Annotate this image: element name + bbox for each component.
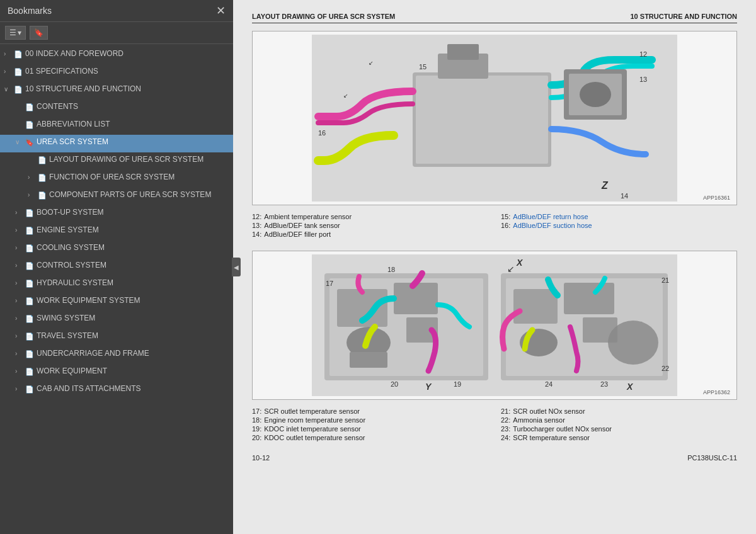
sidebar-item-boot-up[interactable]: ›📄BOOT-UP SYSTEM [0, 205, 233, 223]
sidebar-item-abbrev[interactable]: 📄ABBREVIATION LIST [0, 117, 233, 135]
sidebar-item-label: 00 INDEX AND FOREWORD [25, 49, 229, 59]
svg-text:12: 12 [639, 50, 647, 58]
bookmark-icon: 📄 [38, 156, 47, 164]
sidebar-item-label: COMPONENT PARTS OF UREA SCR SYSTEM [49, 190, 229, 200]
sidebar-item-label: ENGINE SYSTEM [37, 225, 229, 236]
bookmark-icon: 📄 [38, 173, 47, 182]
sidebar-item-label: 10 STRUCTURE AND FUNCTION [25, 84, 229, 94]
caption-item: 19: KDOC inlet temperature sensor [252, 425, 488, 433]
sidebar-item-layout-urea[interactable]: 📄LAYOUT DRAWING OF UREA SCR SYSTEM [0, 152, 233, 170]
diagram2-box: 17 18 19 20 21 22 23 24 X ↙ Y X APP16362 [252, 251, 737, 400]
sidebar-item-cooling[interactable]: ›📄COOLING SYSTEM [0, 241, 233, 258]
sidebar-title: Bookmarks [8, 6, 52, 16]
caption-text: Ambient temperature sensor [264, 213, 352, 220]
sidebar-item-control[interactable]: ›📄CONTROL SYSTEM [0, 258, 233, 276]
diagram1-box: 12 13 14 15 16 ↙ ↙ Z APP16361 [252, 31, 737, 205]
chevron-icon: › [15, 367, 24, 375]
sidebar-item-undercarriage[interactable]: ›📄UNDERCARRIAGE AND FRAME [0, 346, 233, 364]
sidebar-item-urea-scr[interactable]: ∨🔖UREA SCR SYSTEM [0, 135, 233, 152]
svg-text:15: 15 [419, 63, 427, 71]
bookmark-icon: 📄 [25, 367, 34, 376]
bookmark-icon: 📄 [25, 120, 34, 129]
chevron-icon: › [15, 226, 24, 234]
sidebar-item-label: SWING SYSTEM [37, 314, 229, 324]
caption-text: KDOC inlet temperature sensor [264, 425, 360, 433]
bookmark-icon: 📄 [25, 279, 34, 288]
caption-text: AdBlue/DEF suction hose [513, 222, 592, 229]
caption-text: KDOC outlet temperature sensor [264, 434, 365, 441]
caption-text: AdBlue/DEF return hose [513, 213, 588, 220]
bookmark-icon: 📄 [25, 314, 34, 323]
caption-item: 17: SCR outlet temperature sensor [252, 407, 488, 415]
sidebar-item-label: CAB AND ITS ATTACHMENTS [37, 384, 229, 394]
toolbar-view-button[interactable]: ☰ ▾ [5, 26, 26, 40]
svg-text:23: 23 [600, 380, 608, 388]
sidebar-close-button[interactable]: ✕ [216, 5, 226, 16]
svg-text:17: 17 [326, 280, 333, 287]
svg-text:24: 24 [545, 380, 553, 388]
bookmark-icon: 📄 [25, 244, 34, 253]
caption-text: SCR outlet temperature sensor [264, 407, 360, 415]
chevron-icon: › [4, 50, 13, 58]
caption-text: Turbocharger outlet NOx sensor [513, 425, 612, 433]
sidebar-item-hydraulic[interactable]: ›📄HYDRAULIC SYSTEM [0, 276, 233, 293]
caption-item: 14: AdBlue/DEF filler port [252, 230, 488, 238]
caption-num: 22: [501, 416, 510, 424]
caption-text: AdBlue/DEF tank sensor [264, 222, 340, 229]
chevron-icon: › [15, 208, 24, 217]
caption-item: 21: SCR outlet NOx sensor [501, 407, 737, 415]
svg-text:16: 16 [318, 129, 326, 137]
sidebar-item-label: TRAVEL SYSTEM [37, 331, 229, 341]
chevron-icon: › [28, 191, 37, 199]
toolbar-bookmark-button[interactable]: 🔖 [30, 26, 48, 40]
sidebar-item-function-urea[interactable]: ›📄FUNCTION OF UREA SCR SYSTEM [0, 170, 233, 188]
diagram2-app-code: APP16362 [703, 389, 730, 395]
dropdown-arrow-icon: ▾ [18, 28, 21, 37]
sidebar-item-label: WORK EQUIPMENT [37, 366, 229, 377]
svg-text:↙: ↙ [369, 60, 374, 66]
collapse-sidebar-button[interactable]: ◀ [232, 258, 241, 276]
chevron-icon: ∨ [4, 85, 13, 93]
svg-point-30 [608, 321, 658, 365]
svg-text:Z: Z [601, 180, 609, 191]
sidebar-item-label: CONTROL SYSTEM [37, 261, 229, 271]
sidebar-item-contents[interactable]: 📄CONTENTS [0, 99, 233, 117]
sidebar-item-01-specs[interactable]: ›📄01 SPECIFICATIONS [0, 64, 233, 82]
sidebar-item-label: LAYOUT DRAWING OF UREA SCR SYSTEM [49, 155, 229, 165]
svg-text:X: X [626, 382, 634, 392]
chevron-icon: › [15, 385, 24, 393]
caption-grid-1: 12: Ambient temperature sensor15: AdBlue… [252, 210, 737, 241]
caption-text: SCR temperature sensor [513, 434, 590, 441]
svg-point-7 [580, 82, 611, 107]
sidebar-item-engine[interactable]: ›📄ENGINE SYSTEM [0, 223, 233, 241]
caption-num: 24: [501, 434, 510, 441]
svg-rect-27 [564, 283, 614, 314]
list-icon: ☰ [9, 28, 16, 37]
bookmark-icon: 📄 [14, 67, 23, 76]
caption-item: 13: AdBlue/DEF tank sensor [252, 222, 488, 229]
sidebar-item-component-urea[interactable]: ›📄COMPONENT PARTS OF UREA SCR SYSTEM [0, 188, 233, 205]
page-header-left: LAYOUT DRAWING OF UREA SCR SYSTEM [252, 13, 395, 20]
sidebar-item-cab[interactable]: ›📄CAB AND ITS ATTACHMENTS [0, 382, 233, 399]
sidebar-item-swing[interactable]: ›📄SWING SYSTEM [0, 311, 233, 329]
sidebar-item-work-equip-sys[interactable]: ›📄WORK EQUIPMENT SYSTEM [0, 293, 233, 311]
caption-num: 19: [252, 425, 261, 433]
sidebar-item-00-index[interactable]: ›📄00 INDEX AND FOREWORD [0, 47, 233, 64]
caption-item: 20: KDOC outlet temperature sensor [252, 434, 488, 441]
sidebar-item-10-structure[interactable]: ∨📄10 STRUCTURE AND FUNCTION [0, 82, 233, 99]
bookmark-icon: 📄 [25, 349, 34, 358]
sidebar-item-label: HYDRAULIC SYSTEM [37, 278, 229, 288]
caption-item: 16: AdBlue/DEF suction hose [501, 222, 737, 229]
caption-num: 23: [501, 425, 510, 433]
svg-text:21: 21 [662, 276, 669, 284]
caption-num: 17: [252, 407, 261, 415]
bookmark-icon: 📄 [25, 261, 34, 270]
svg-text:X: X [516, 258, 524, 268]
chevron-icon: › [28, 173, 37, 181]
caption-item: 23: Turbocharger outlet NOx sensor [501, 425, 737, 433]
sidebar-item-work-equip[interactable]: ›📄WORK EQUIPMENT [0, 364, 233, 382]
sidebar-item-travel[interactable]: ›📄TRAVEL SYSTEM [0, 329, 233, 346]
svg-text:19: 19 [454, 380, 461, 388]
svg-text:20: 20 [391, 380, 398, 388]
sidebar-toolbar: ☰ ▾ 🔖 [0, 22, 233, 44]
